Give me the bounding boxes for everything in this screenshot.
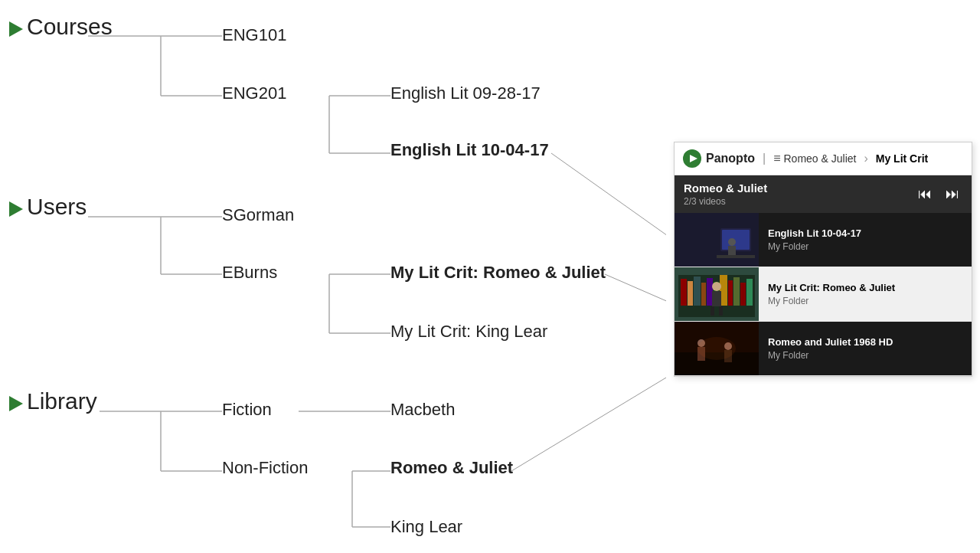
englit-1004-label: English Lit 10-04-17 [390,140,549,160]
playlist-controls: ⏮ ⏭ [915,186,962,202]
thumb-inner-2 [675,267,759,321]
thumb-inner-3 [675,322,759,375]
svg-rect-33 [688,281,693,306]
panopto-logo-text: Panopto [706,152,755,165]
nonfiction-label: Non-Fiction [222,458,308,478]
video-item[interactable]: English Lit 10-04-17 My Folder [675,213,972,267]
romeo-juliet-label: Romeo & Juliet [390,458,513,478]
video-title-1: English Lit 10-04-17 [768,227,962,239]
svg-rect-36 [707,278,713,306]
eburns-label: EBurns [222,263,277,283]
breadcrumb-romeo-juliet-label: Romeo & Juliet [784,152,857,165]
breadcrumb-arrow: › [864,152,867,165]
video-title-2: My Lit Crit: Romeo & Juliet [768,282,962,293]
mylitcrit-rj-label: My Lit Crit: Romeo & Juliet [390,263,606,283]
svg-rect-41 [740,283,746,306]
eng201-label: ENG201 [222,83,286,103]
englit-0928-label: English Lit 09-28-17 [390,83,541,103]
courses-label: Courses [27,14,113,40]
svg-rect-39 [728,280,733,306]
panopto-logo: Panopto [682,149,755,169]
sgorman-label: SGorman [222,205,294,225]
svg-line-20 [605,274,666,303]
panopto-panel: Panopto | ≡ Romeo & Juliet › My Lit Crit… [674,142,972,377]
playlist-header: Romeo & Juliet 2/3 videos ⏮ ⏭ [675,175,972,213]
svg-rect-34 [694,276,701,306]
panopto-logo-icon [682,149,702,169]
playlist-title: Romeo & Juliet [684,182,767,195]
thumb-scene-2 [675,267,759,321]
video-info-3: Romeo and Juliet 1968 HD My Folder [759,330,972,367]
breadcrumb-my-lit-crit-label: My Lit Crit [876,152,928,165]
breadcrumb-my-lit-crit[interactable]: My Lit Crit [876,152,928,165]
video-title-3: Romeo and Juliet 1968 HD [768,336,962,348]
video-folder-2: My Folder [768,296,962,306]
playlist-count: 2/3 videos [684,196,767,207]
svg-line-19 [551,153,666,237]
svg-rect-35 [701,283,706,306]
svg-line-21 [511,375,666,471]
macbeth-label: Macbeth [390,400,455,420]
video-folder-1: My Folder [768,241,962,252]
svg-rect-42 [746,279,753,306]
svg-rect-40 [733,277,740,306]
panopto-header: Panopto | ≡ Romeo & Juliet › My Lit Crit [675,142,972,175]
users-expand-button[interactable] [9,201,23,217]
library-label: Library [27,388,97,414]
mylitcrit-kl-label: My Lit Crit: King Lear [390,322,547,342]
thumb-scene-1 [675,213,759,267]
svg-rect-32 [681,279,687,306]
fiction-label: Fiction [222,400,272,420]
video-list: English Lit 10-04-17 My Folder [675,213,972,376]
next-button[interactable]: ⏭ [942,186,962,202]
library-expand-button[interactable] [9,396,23,411]
video-thumbnail-3 [675,322,759,375]
tree-diagram: Courses ENG101 ENG201 English Lit 09-28-… [0,0,666,553]
video-thumbnail-1 [675,213,759,267]
svg-point-27 [728,238,736,246]
thumb-scene-3 [675,322,759,375]
svg-point-53 [697,337,736,360]
video-info-2: My Lit Crit: Romeo & Juliet My Folder [759,276,972,312]
breadcrumb-romeo-juliet[interactable]: ≡ Romeo & Juliet [773,152,856,165]
video-info-1: English Lit 10-04-17 My Folder [759,221,972,258]
playlist-info: Romeo & Juliet 2/3 videos [684,182,767,207]
svg-point-43 [712,282,721,291]
courses-expand-button[interactable] [9,21,23,37]
list-icon: ≡ [773,152,780,165]
video-folder-3: My Folder [768,350,962,361]
svg-rect-29 [717,255,755,258]
users-label: Users [27,194,87,220]
svg-rect-44 [712,291,721,306]
king-lear-label: King Lear [390,517,462,537]
eng101-label: ENG101 [222,25,286,45]
video-thumbnail-2 [675,267,759,321]
prev-button[interactable]: ⏮ [915,186,935,202]
svg-rect-46 [719,306,723,316]
breadcrumb-separator: | [763,152,766,165]
video-item[interactable]: My Lit Crit: Romeo & Juliet My Folder [675,267,972,322]
svg-rect-45 [710,306,714,316]
thumb-inner-1 [675,213,759,267]
video-item[interactable]: Romeo and Juliet 1968 HD My Folder [675,322,972,376]
